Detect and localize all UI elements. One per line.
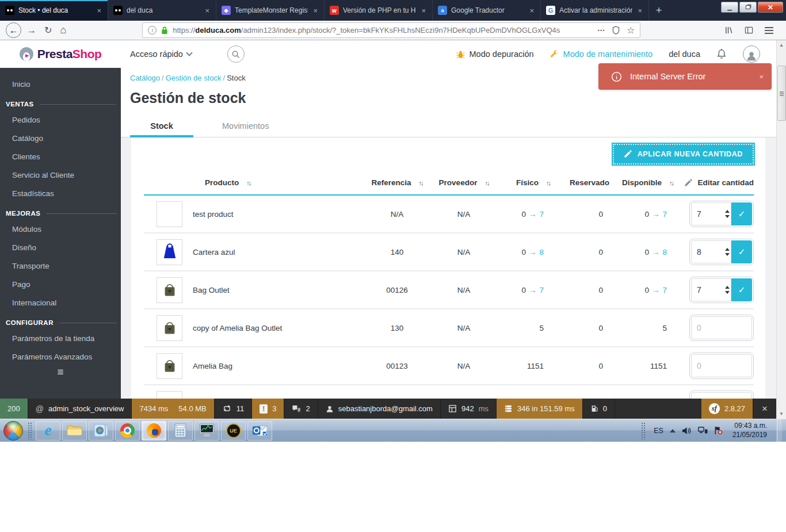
url-bar[interactable]: i https://delduca.com/admin123/index.php… <box>142 22 640 38</box>
library-icon[interactable] <box>724 26 733 35</box>
taskbar-app-explorer[interactable] <box>62 421 87 441</box>
minimize-button[interactable]: ▁ <box>721 2 738 13</box>
sidebar-item-parametros-avanzados[interactable]: Parámetros Avanzados <box>0 347 121 366</box>
taskbar-app-firefox[interactable] <box>142 421 166 441</box>
sort-icon[interactable]: ↑↓ <box>419 179 423 186</box>
network-icon[interactable] <box>698 427 708 434</box>
quick-access-menu[interactable]: Acceso rápido <box>130 49 192 59</box>
refresh-button[interactable]: ↻ <box>44 25 52 36</box>
action-center-flag-icon[interactable] <box>714 426 723 435</box>
quantity-input[interactable] <box>692 209 723 219</box>
menu-icon[interactable] <box>765 30 773 31</box>
debug-segment-database[interactable]: 346 in 151.59 ms <box>497 399 583 419</box>
taskbar-app-monitor[interactable] <box>194 421 219 441</box>
home-button[interactable]: ⌂ <box>60 24 66 36</box>
tab-close-icon[interactable]: × <box>312 6 319 15</box>
debug-segment-route[interactable]: @admin_stock_overview <box>28 399 132 419</box>
toast-close-icon[interactable]: × <box>751 72 772 81</box>
forward-button[interactable]: → <box>27 25 36 36</box>
debug-segment-exceptions[interactable]: !3 <box>252 399 284 419</box>
browser-tab[interactable]: GActivar la administración a× <box>541 0 649 21</box>
stepper-up-icon[interactable] <box>725 286 730 289</box>
back-button[interactable]: ← <box>6 22 21 38</box>
browser-tab[interactable]: Stock • del duca× <box>0 0 108 21</box>
tab-stock[interactable]: Stock <box>130 116 193 137</box>
tab-close-icon[interactable]: × <box>204 6 211 15</box>
tab-close-icon[interactable]: × <box>528 6 535 15</box>
debug-mode-indicator[interactable]: Modo depuración <box>456 49 534 59</box>
sort-icon[interactable]: ↑↓ <box>246 179 250 186</box>
sidebar-item-pago[interactable]: Pago <box>0 275 121 293</box>
taskbar-app-calculator[interactable] <box>168 421 193 441</box>
sidebar-item-estadisticas[interactable]: Estadísticas <box>0 184 121 202</box>
stepper-arrows[interactable] <box>723 210 731 218</box>
sidebar-item-clientes[interactable]: Clientes <box>0 147 121 166</box>
sidebar-item-transporte[interactable]: Transporte <box>0 257 121 275</box>
stepper-up-icon[interactable] <box>725 210 730 213</box>
tab-close-icon[interactable]: × <box>96 6 102 15</box>
scrollbar-thumb[interactable] <box>777 66 786 121</box>
browser-tab[interactable]: ◆TemplateMonster Registra× <box>216 0 325 21</box>
browser-tab[interactable]: del duca× <box>108 0 216 21</box>
confirm-quantity-button[interactable]: ✓ <box>731 202 752 225</box>
site-info-icon[interactable]: i <box>148 26 157 35</box>
tab-close-icon[interactable]: × <box>636 6 643 15</box>
bookmark-star-icon[interactable]: ☆ <box>627 25 635 36</box>
shield-bookmark-icon[interactable] <box>612 26 620 35</box>
breadcrumb-link[interactable]: Catálogo <box>130 74 160 82</box>
debug-segment-performance[interactable]: 7434 ms54.0 MB <box>132 399 214 419</box>
debug-close-button[interactable]: × <box>753 399 776 419</box>
start-button[interactable] <box>3 421 23 441</box>
taskbar-app-chrome[interactable] <box>115 421 140 441</box>
quantity-input[interactable] <box>692 323 751 332</box>
show-hidden-icons[interactable] <box>670 429 676 433</box>
user-avatar[interactable] <box>743 45 760 63</box>
confirm-quantity-button[interactable]: ✓ <box>731 240 752 263</box>
maintenance-mode-indicator[interactable]: Modo de mantenimiento <box>550 49 653 59</box>
sidebar-item-modulos[interactable]: Módulos <box>0 220 121 238</box>
page-actions-icon[interactable]: ⋯ <box>597 26 605 35</box>
taskbar-clock[interactable]: 09:43 a.m. 21/05/2019 <box>729 422 770 439</box>
new-tab-button[interactable]: + <box>649 0 669 21</box>
sidebar-item-inicio[interactable]: Inicio <box>0 75 121 93</box>
tab-movimientos[interactable]: Movimientos <box>216 116 274 137</box>
scrollbar[interactable]: ▲ ▼ <box>776 40 786 419</box>
confirm-quantity-button[interactable]: ✓ <box>731 278 752 301</box>
debug-segment-twig[interactable]: 11 <box>215 399 253 419</box>
browser-tab[interactable]: wVersión de PHP en tu Host× <box>325 0 433 21</box>
taskbar-app-wmp[interactable] <box>89 421 113 441</box>
stepper-arrows[interactable] <box>723 248 731 256</box>
debug-segment-ajax[interactable]: 0 <box>583 399 615 419</box>
debug-segment-status[interactable]: 200 <box>0 399 28 419</box>
sort-icon[interactable]: ↑↓ <box>669 179 673 186</box>
stepper-arrows[interactable] <box>723 286 731 294</box>
debug-segment-version[interactable]: sf2.8.27 <box>701 399 753 419</box>
browser-tab[interactable]: aGoogle Traductor× <box>433 0 541 21</box>
scroll-down-arrow[interactable]: ▼ <box>777 409 786 419</box>
notifications-bell-icon[interactable] <box>716 48 727 60</box>
quantity-input[interactable] <box>692 247 723 257</box>
debug-segment-user[interactable]: sebastianjborda@gmail.com <box>318 399 441 419</box>
sidebar-item-pedidos[interactable]: Pedidos <box>0 110 121 129</box>
breadcrumb-link[interactable]: Gestión de stock <box>166 74 222 82</box>
sort-icon[interactable]: ↑↓ <box>546 179 550 186</box>
quantity-input[interactable] <box>692 285 723 294</box>
stepper-down-icon[interactable] <box>725 215 730 218</box>
prestashop-logo[interactable]: PrestaShop <box>0 47 121 61</box>
sidebar-item-diseno[interactable]: Diseño <box>0 238 121 257</box>
quantity-input[interactable] <box>692 361 751 370</box>
taskbar-app-ultraedit[interactable]: UE <box>221 421 246 441</box>
taskbar-app-outlook[interactable] <box>247 421 272 441</box>
language-indicator[interactable]: ES <box>654 427 663 435</box>
sidebar-item-servicio-al-cliente[interactable]: Servicio al Cliente <box>0 166 121 184</box>
close-button[interactable]: ✕ <box>758 2 783 13</box>
debug-segment-translations[interactable]: 2 <box>284 399 318 419</box>
show-desktop-button[interactable] <box>777 419 782 442</box>
restore-button[interactable] <box>739 2 757 13</box>
sidebar-item-catalogo[interactable]: Catálogo <box>0 129 121 147</box>
scroll-up-arrow[interactable]: ▲ <box>777 40 786 50</box>
collapse-menu-icon[interactable]: ≡ <box>57 366 63 378</box>
sidebar-item-internacional[interactable]: Internacional <box>0 293 121 312</box>
sort-icon[interactable]: ↑↓ <box>484 179 489 186</box>
stepper-down-icon[interactable] <box>725 253 730 256</box>
